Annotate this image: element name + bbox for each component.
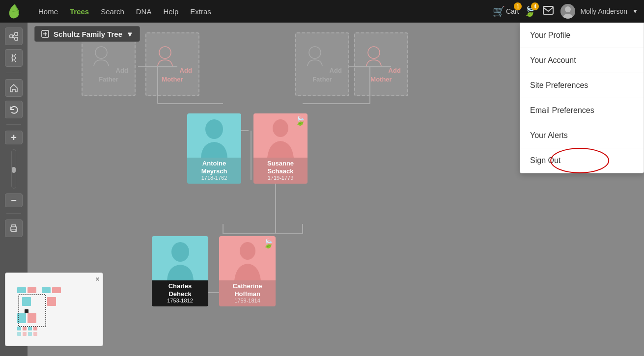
nav-links: Home Trees Search DNA Help Extras — [33, 5, 493, 18]
susanne-leaf-badge: 🍃 — [295, 115, 306, 126]
add-father-1-inner: Add Father — [83, 45, 135, 83]
dropdown-your-alerts[interactable]: Your Alerts — [520, 123, 644, 148]
user-avatar[interactable] — [560, 4, 575, 19]
tree-dropdown-caret[interactable]: ▼ — [126, 30, 134, 38]
person-charles-name: Charles Deheck — [154, 282, 206, 298]
home-tree-button[interactable] — [5, 79, 23, 97]
person-antoine[interactable]: Antoine Meyrsch 1718-1762 — [187, 113, 241, 184]
svg-rect-42 — [28, 287, 36, 293]
svg-point-35 — [309, 47, 321, 58]
add-mother-1[interactable]: Add Mother — [145, 32, 199, 96]
nav-search[interactable]: Search — [96, 5, 129, 18]
person-susanne[interactable]: Susanne Schaack 1719-1779 🍃 — [253, 113, 308, 184]
person-charles-info: Charles Deheck 1753-1812 — [152, 280, 208, 306]
add-father-1-icon — [89, 45, 113, 70]
nav-trees[interactable]: Trees — [65, 5, 94, 18]
add-father-2-icon — [303, 45, 327, 70]
svg-rect-5 — [15, 32, 18, 35]
svg-point-33 — [95, 47, 107, 58]
svg-rect-51 — [28, 327, 32, 330]
dropdown-email-preferences[interactable]: Email Preferences — [520, 98, 644, 123]
person-charles-avatar — [152, 236, 208, 280]
svg-rect-41 — [17, 287, 26, 293]
user-name[interactable]: Molly Anderson — [580, 7, 627, 15]
person-antoine-info: Antoine Meyrsch 1718-1762 — [187, 158, 241, 184]
zoom-in-button[interactable]: + — [5, 131, 23, 144]
minimap-svg — [15, 285, 93, 339]
person-antoine-name: Antoine Meyrsch — [189, 160, 239, 175]
catherine-leaf-badge: 🍃 — [263, 238, 274, 249]
user-dropdown: Your Profile Your Account Site Preferenc… — [520, 23, 644, 173]
dropdown-your-profile[interactable]: Your Profile — [520, 23, 644, 48]
svg-point-37 — [205, 119, 223, 139]
cart-badge: 1 — [514, 2, 522, 10]
person-catherine[interactable]: Catherine Hoffman 1759-1814 🍃 — [219, 236, 276, 306]
person-susanne-info: Susanne Schaack 1719-1779 — [253, 158, 308, 184]
user-dropdown-caret[interactable]: ▼ — [632, 8, 638, 15]
svg-point-39 — [171, 242, 189, 262]
nav-home[interactable]: Home — [33, 5, 63, 18]
person-charles-card: Charles Deheck 1753-1812 — [152, 236, 208, 306]
add-mother-2[interactable]: Add Mother — [354, 32, 408, 96]
svg-rect-48 — [28, 313, 36, 323]
svg-point-23 — [249, 128, 253, 133]
svg-point-2 — [565, 6, 571, 12]
person-charles-dates: 1753-1812 — [154, 298, 206, 303]
person-catherine-info: Catherine Hoffman 1759-1814 — [219, 280, 276, 306]
ancestry-logo[interactable] — [6, 2, 24, 20]
message-button[interactable] — [541, 4, 556, 19]
svg-rect-56 — [33, 332, 37, 336]
zoom-bar[interactable] — [11, 149, 16, 189]
notification-badge: 4 — [531, 2, 539, 10]
nav-right: 1 🛒 Cart 4 🍃 Molly Anderson ▼ — [493, 4, 638, 19]
svg-rect-0 — [543, 6, 553, 14]
svg-rect-46 — [47, 297, 56, 306]
zoom-out-button[interactable]: − — [5, 193, 23, 207]
svg-rect-50 — [23, 327, 27, 330]
person-charles[interactable]: Charles Deheck 1753-1812 — [152, 236, 208, 306]
svg-rect-58 — [25, 309, 28, 313]
share-button[interactable] — [5, 27, 23, 45]
svg-rect-6 — [15, 37, 18, 40]
svg-rect-43 — [42, 287, 51, 293]
sidebar-divider-2 — [6, 124, 21, 125]
add-mother-1-inner: Add Mother — [146, 45, 198, 83]
nav-dna[interactable]: DNA — [131, 5, 157, 18]
svg-rect-52 — [33, 327, 37, 330]
svg-rect-53 — [17, 332, 21, 336]
dropdown-site-preferences[interactable]: Site Preferences — [520, 73, 644, 98]
nav-extras[interactable]: Extras — [185, 5, 216, 18]
sidebar-divider-3 — [6, 213, 21, 214]
dna-button[interactable] — [5, 49, 23, 67]
dropdown-your-account[interactable]: Your Account — [520, 48, 644, 73]
svg-rect-55 — [28, 332, 32, 336]
person-antoine-dates: 1718-1762 — [189, 175, 239, 181]
add-mother-2-inner: Add Mother — [355, 45, 407, 83]
svg-point-40 — [240, 242, 255, 260]
dropdown-sign-out[interactable]: Sign Out — [520, 148, 644, 173]
nav-help[interactable]: Help — [158, 5, 183, 18]
minimap-content — [10, 283, 98, 341]
svg-point-38 — [273, 119, 288, 137]
person-susanne-dates: 1719-1779 — [255, 175, 306, 181]
zoom-handle[interactable] — [12, 167, 16, 173]
svg-rect-44 — [52, 287, 61, 293]
add-mother-1-icon — [153, 45, 177, 70]
person-antoine-card: Antoine Meyrsch 1718-1762 — [187, 113, 241, 184]
navbar: Home Trees Search DNA Help Extras 1 🛒 Ca… — [0, 0, 644, 23]
notification-button[interactable]: 4 🍃 — [524, 5, 536, 17]
svg-point-34 — [159, 47, 171, 58]
print-button[interactable] — [5, 219, 23, 237]
cart-button[interactable]: 1 🛒 Cart — [493, 5, 519, 17]
person-susanne-card: Susanne Schaack 1719-1779 🍃 — [253, 113, 308, 184]
cart-icon: 🛒 — [493, 5, 505, 17]
person-susanne-name: Susanne Schaack — [255, 160, 306, 175]
add-father-2[interactable]: Add Father — [295, 32, 349, 96]
add-mother-2-icon — [362, 45, 386, 70]
tree-title-label: Schultz Family Tree — [54, 30, 122, 38]
tree-title-button[interactable]: Schultz Family Tree ▼ — [34, 26, 140, 42]
undo-button[interactable] — [5, 101, 23, 118]
svg-rect-45 — [22, 297, 31, 306]
person-catherine-card: Catherine Hoffman 1759-1814 🍃 — [219, 236, 276, 306]
add-father-2-inner: Add Father — [296, 45, 348, 83]
